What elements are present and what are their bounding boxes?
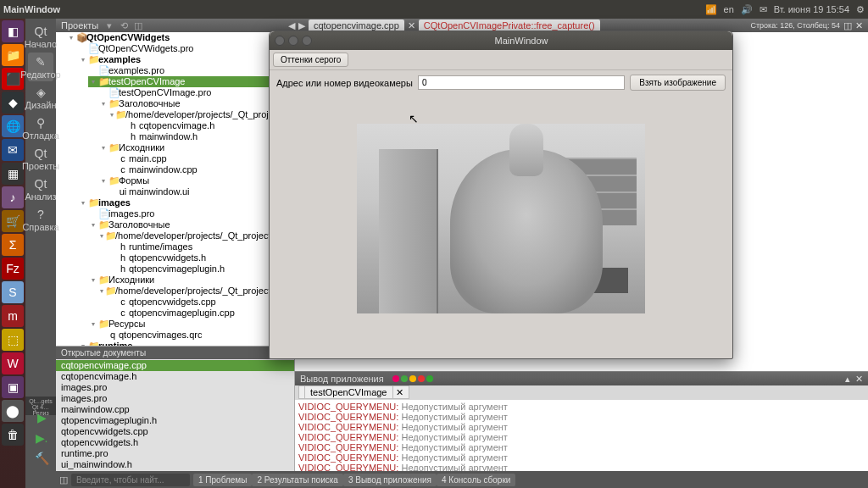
- mode-Анализ[interactable]: QtАнализ: [28, 175, 53, 203]
- editor-tab-file[interactable]: cqtopencvimage.cpp: [309, 19, 404, 31]
- window-title: MainWindow: [3, 4, 705, 14]
- mode-Справка[interactable]: ?Справка: [28, 205, 53, 234]
- editor-tab-symbol[interactable]: CQtOpenCVImagePrivate::free_capture(): [419, 19, 600, 31]
- capture-button[interactable]: Взять изображение: [630, 75, 726, 91]
- open-doc-item[interactable]: cqtopencvimage.h: [56, 371, 294, 382]
- sync-icon[interactable]: ⟲: [120, 20, 131, 30]
- unity-launcher: ◧📁⬛◆🌐✉▦♪🛒ΣFzSm⬚W▣⬤🗑: [0, 19, 25, 488]
- tray-sound-icon[interactable]: 🔊: [741, 4, 753, 15]
- open-doc-item[interactable]: ui_mainwindow.h: [56, 459, 294, 470]
- close-editor-icon[interactable]: ✕: [855, 20, 863, 31]
- split-editor-icon[interactable]: ◫: [843, 20, 852, 31]
- cursor-position: Строка: 126, Столбец: 54: [750, 21, 840, 30]
- launcher-item[interactable]: ◆: [2, 92, 24, 114]
- record-icon[interactable]: [418, 375, 425, 382]
- mode-Отладка[interactable]: ⚲Отладка: [28, 114, 53, 142]
- nav-fwd-icon[interactable]: ▶: [298, 20, 305, 31]
- launcher-item[interactable]: W: [2, 352, 24, 374]
- open-doc-item[interactable]: runtime.pro: [56, 448, 294, 459]
- open-doc-item[interactable]: qtopencvwidgets.h: [56, 437, 294, 448]
- launcher-item[interactable]: ⬤: [2, 400, 24, 422]
- status-pill[interactable]: 1 Проблемы: [193, 474, 252, 486]
- video-frame: [357, 124, 645, 313]
- tray-gear-icon[interactable]: ⚙: [856, 4, 865, 15]
- statusbar: ◫ Введите, чтобы найт... 1 Проблемы2 Рез…: [56, 471, 868, 488]
- launcher-item[interactable]: 📁: [2, 44, 24, 66]
- status-pill[interactable]: 2 Результаты поиска: [252, 474, 343, 486]
- open-doc-item[interactable]: qtopencvimageplugin.h: [56, 415, 294, 426]
- projects-label: Проекты: [61, 20, 98, 30]
- output-title: Вывод приложения: [300, 374, 384, 384]
- launcher-item[interactable]: Fz: [2, 258, 24, 280]
- split-icon[interactable]: ◫: [134, 20, 144, 30]
- build-button[interactable]: 🔨: [31, 449, 53, 468]
- tray-network-icon[interactable]: 📶: [705, 4, 717, 15]
- open-documents: Открытые документы cqtopencvimage.cppcqt…: [56, 346, 294, 471]
- launcher-item[interactable]: ▦: [2, 163, 24, 185]
- nav-back-icon[interactable]: ◀: [288, 20, 295, 31]
- locator-input[interactable]: Введите, чтобы найт...: [71, 474, 190, 486]
- open-doc-item[interactable]: mainwindow.cpp: [56, 404, 294, 415]
- output-tab[interactable]: testOpenCVImage ✕: [298, 385, 409, 399]
- output-body[interactable]: VIDIOC_QUERYMENU: Недопустимый аргументV…: [295, 400, 868, 471]
- output-pane: Вывод приложения ▴ ✕ testOpenCVImage ✕ V…: [295, 371, 868, 471]
- launcher-item[interactable]: ✉: [2, 139, 24, 161]
- launcher-item[interactable]: 🛒: [2, 210, 24, 232]
- open-doc-item[interactable]: images.pro: [56, 393, 294, 404]
- locator-icon[interactable]: ◫: [59, 474, 68, 485]
- open-docs-list[interactable]: cqtopencvimage.cppcqtopencvimage.himages…: [56, 359, 294, 471]
- output-close-icon[interactable]: ✕: [855, 374, 863, 385]
- app-window: MainWindow Оттенки серого Адрес или номе…: [269, 30, 733, 359]
- close-tab-icon[interactable]: ✕: [408, 20, 415, 31]
- camera-label: Адрес или номер видеокамеры: [276, 78, 413, 88]
- tray-envelope-icon[interactable]: ✉: [760, 4, 767, 15]
- launcher-item[interactable]: 🌐: [2, 115, 24, 137]
- open-doc-item[interactable]: qtopencvwidgets.cpp: [56, 426, 294, 437]
- camera-input[interactable]: [418, 75, 625, 90]
- output-minimize-icon[interactable]: ▴: [845, 374, 850, 385]
- app-title: MainWindow: [315, 36, 727, 46]
- launcher-item[interactable]: Σ: [2, 234, 24, 256]
- mode-Проекты[interactable]: QtПроекты: [28, 144, 53, 173]
- app-titlebar[interactable]: MainWindow: [270, 31, 732, 50]
- debug-button[interactable]: ▶.: [31, 429, 53, 447]
- window-max-icon[interactable]: [302, 36, 312, 46]
- sidebar: ▾📦QtOpenCVWidgets📄QtOpenCVWidgets.pro▾📁e…: [56, 32, 295, 471]
- clear-icon[interactable]: [426, 375, 433, 382]
- run-button[interactable]: ▶: [31, 408, 53, 427]
- filter-icon[interactable]: ▾: [107, 20, 117, 30]
- window-min-icon[interactable]: [288, 36, 298, 46]
- launcher-item[interactable]: m: [2, 305, 24, 327]
- stop-icon[interactable]: [392, 375, 399, 382]
- launcher-item[interactable]: 🗑: [2, 424, 24, 446]
- os-top-panel: MainWindow 📶 en 🔊 ✉ Вт. июня 19 15:54 ⚙: [0, 0, 868, 19]
- mode-Редактор[interactable]: ✎Редактор: [28, 53, 53, 81]
- open-docs-header: Открытые документы: [56, 347, 294, 359]
- open-doc-item[interactable]: images.pro: [56, 382, 294, 393]
- status-pill[interactable]: 3 Вывод приложения: [343, 474, 437, 486]
- mode-Дизайн[interactable]: ◈Дизайн: [28, 83, 53, 112]
- status-pill[interactable]: 4 Консоль сборки: [437, 474, 515, 486]
- launcher-item[interactable]: ▣: [2, 376, 24, 398]
- mode-Начало[interactable]: QtНачало: [28, 22, 53, 51]
- launcher-item[interactable]: S: [2, 281, 24, 303]
- system-tray[interactable]: 📶 en 🔊 ✉ Вт. июня 19 15:54 ⚙: [705, 4, 865, 15]
- open-doc-item[interactable]: cqtopencvimage.cpp: [56, 360, 294, 371]
- tray-clock[interactable]: Вт. июня 19 15:54: [774, 4, 849, 14]
- run-buttons: ▶ ▶. 🔨: [31, 408, 53, 468]
- launcher-item[interactable]: ◧: [2, 20, 24, 42]
- tray-lang[interactable]: en: [724, 4, 734, 14]
- attach-icon[interactable]: [409, 375, 416, 382]
- window-close-icon[interactable]: [275, 36, 285, 46]
- rerun-icon[interactable]: [401, 375, 408, 382]
- launcher-item[interactable]: ⬚: [2, 329, 24, 351]
- launcher-item[interactable]: ♪: [2, 186, 24, 208]
- project-tree[interactable]: ▾📦QtOpenCVWidgets📄QtOpenCVWidgets.pro▾📁e…: [56, 32, 294, 346]
- grayscale-button[interactable]: Оттенки серого: [273, 53, 348, 67]
